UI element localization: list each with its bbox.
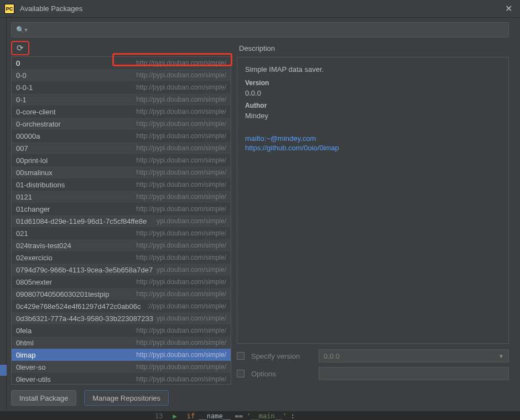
package-row[interactable]: 0lever-utilshttp://pypi.douban.com/simpl…: [12, 373, 231, 385]
package-repo: http://pypi.douban.com/simple/: [136, 120, 226, 128]
package-row[interactable]: 01d61084-d29e-11e9-96d1-7c5cf84ffe8eypi.…: [12, 215, 231, 227]
package-row[interactable]: 0d3b6321-777a-44c3-9580-33b223087233ypi.…: [12, 312, 231, 324]
package-name: 0html: [16, 339, 136, 347]
package-name: 0121: [16, 193, 136, 201]
specify-version-dropdown[interactable]: 0.0.0 ▼: [319, 349, 509, 363]
package-row[interactable]: 01-distributionshttp://pypi.douban.com/s…: [12, 179, 231, 191]
package-name: 0d3b6321-777a-44c3-9580-33b223087233: [16, 314, 157, 323]
package-repo: http://pypi.douban.com/simple/: [136, 327, 226, 334]
run-gutter-icon[interactable]: ▶: [173, 412, 176, 420]
package-repo: http://pypi.douban.com/simple/: [136, 193, 226, 201]
package-row[interactable]: 0805nexterhttp://pypi.douban.com/simple/: [12, 276, 231, 288]
package-name: 090807040506030201testpip: [16, 290, 136, 298]
package-row[interactable]: 02exerciciohttp://pypi.douban.com/simple…: [12, 251, 231, 264]
package-repo: ypi.douban.com/simple/: [157, 217, 226, 225]
package-repo: http://pypi.douban.com/simple/: [136, 132, 226, 140]
description-panel: Simple IMAP data saver. Version 0.0.0 Au…: [237, 57, 509, 344]
package-row[interactable]: 090807040506030201testpiphttp://pypi.dou…: [12, 288, 231, 300]
package-row[interactable]: 0http://pypi.douban.com/simple/: [12, 57, 231, 69]
close-icon[interactable]: ✕: [502, 3, 516, 14]
package-row[interactable]: 00000ahttp://pypi.douban.com/simple/: [12, 130, 231, 142]
manage-repositories-button[interactable]: Manage Repositories: [84, 390, 169, 406]
package-row[interactable]: 01changerhttp://pypi.douban.com/simple/: [12, 203, 231, 215]
package-row[interactable]: 0-0http://pypi.douban.com/simple/: [12, 69, 231, 81]
package-row[interactable]: 007http://pypi.douban.com/simple/: [12, 142, 231, 154]
package-name: 00smalinux: [16, 169, 136, 177]
package-name: 0805nexter: [16, 278, 136, 286]
package-repo: http://pypi.douban.com/simple/: [136, 83, 226, 91]
package-row[interactable]: 0-0-1http://pypi.douban.com/simple/: [12, 81, 231, 93]
install-package-button[interactable]: Install Package: [11, 390, 76, 406]
package-repo: http://pypi.douban.com/simple/: [136, 229, 226, 237]
package-repo: http://pypi.douban.com/simple/: [136, 205, 226, 213]
package-repo: http://pypi.douban.com/simple/: [136, 290, 226, 298]
package-repo: ://pypi.douban.com/simple/: [147, 302, 226, 310]
package-name: 0: [16, 59, 136, 67]
editor-preview: 13 ▶ if __name__ == '__main__' :: [0, 411, 520, 420]
package-row[interactable]: 024travis-test024http://pypi.douban.com/…: [12, 239, 231, 251]
package-row[interactable]: 0felahttp://pypi.douban.com/simple/: [12, 324, 231, 337]
package-repo: http://pypi.douban.com/simple/: [136, 278, 226, 286]
package-name: 0794d79c-966b-4113-9cea-3e5b658a7de7: [16, 266, 157, 274]
version-value: 0.0.0: [245, 89, 501, 97]
package-row[interactable]: 00print-lolhttp://pypi.douban.com/simple…: [12, 154, 231, 166]
package-row[interactable]: 0c429e768e524e4f61297d472c0ab06c://pypi.…: [12, 300, 231, 312]
package-row[interactable]: 0-1http://pypi.douban.com/simple/: [12, 93, 231, 106]
package-row[interactable]: 0-orchestratorhttp://pypi.douban.com/sim…: [12, 118, 231, 130]
description-summary: Simple IMAP data saver.: [245, 65, 501, 74]
window-title: Available Packages: [20, 4, 502, 13]
str-main: '__main__': [247, 412, 287, 420]
package-repo: http://pypi.douban.com/simple/: [136, 96, 226, 103]
package-row[interactable]: 0794d79c-966b-4113-9cea-3e5b658a7de7ypi.…: [12, 264, 231, 276]
app-icon: PC: [4, 4, 14, 14]
options-label: Options: [251, 370, 312, 378]
package-name: 00000a: [16, 132, 136, 140]
package-repo: http://pypi.douban.com/simple/: [136, 242, 226, 249]
ident-name: __name__: [199, 412, 231, 420]
package-repo: http://pypi.douban.com/simple/: [136, 108, 226, 116]
package-repo: ypi.douban.com/simple/: [157, 266, 226, 274]
package-row[interactable]: 0imaphttp://pypi.douban.com/simple/: [12, 349, 231, 361]
refresh-highlight: ⟳: [11, 41, 29, 55]
package-row[interactable]: 0-core-clienthttp://pypi.douban.com/simp…: [12, 106, 231, 118]
options-checkbox[interactable]: [237, 370, 245, 377]
package-repo: http://pypi.douban.com/simple/: [136, 169, 226, 176]
specify-version-checkbox[interactable]: [237, 352, 245, 360]
package-row[interactable]: 0121http://pypi.douban.com/simple/: [12, 191, 231, 203]
refresh-icon[interactable]: ⟳: [17, 43, 24, 53]
package-name: 0c429e768e524e4f61297d472c0ab06c: [16, 302, 147, 311]
package-list[interactable]: 0http://pypi.douban.com/simple/0-0http:/…: [11, 56, 231, 385]
package-name: 024travis-test024: [16, 242, 136, 250]
package-name: 0lever-so: [16, 363, 136, 371]
package-name: 0fela: [16, 327, 136, 335]
package-name: 0-0: [16, 71, 136, 80]
specify-version-value: 0.0.0: [324, 352, 340, 360]
package-row[interactable]: 00smalinuxhttp://pypi.douban.com/simple/: [12, 166, 231, 179]
author-label: Author: [245, 102, 501, 109]
chevron-down-icon: ▼: [498, 353, 504, 359]
package-name: 0-orchestrator: [16, 120, 136, 128]
package-row[interactable]: 0lever-sohttp://pypi.douban.com/simple/: [12, 361, 231, 373]
titlebar: PC Available Packages ✕: [0, 0, 520, 18]
package-repo: ypi.douban.com/simple/: [157, 314, 226, 322]
op-eq: ==: [235, 412, 242, 420]
package-name: 0-1: [16, 96, 136, 104]
package-name: 02exercicio: [16, 254, 136, 262]
package-name: 0-0-1: [16, 83, 136, 92]
package-name: 01-distributions: [16, 181, 136, 189]
options-input[interactable]: [319, 367, 509, 380]
mailto-link[interactable]: mailto:~@mindey.com: [245, 134, 501, 144]
package-repo: http://pypi.douban.com/simple/: [136, 71, 226, 79]
package-repo: http://pypi.douban.com/simple/: [136, 351, 226, 359]
search-input[interactable]: 🔍▾: [11, 22, 509, 38]
author-value: Mindey: [245, 112, 501, 120]
kw-if: if: [187, 412, 195, 420]
line-number: 13: [155, 412, 163, 420]
github-link[interactable]: https://github.com/0oio/0imap: [245, 144, 501, 153]
specify-version-label: Specify version: [251, 352, 312, 360]
package-name: 00print-lol: [16, 156, 136, 165]
package-row[interactable]: 021http://pypi.douban.com/simple/: [12, 227, 231, 239]
package-row[interactable]: 0htmlhttp://pypi.douban.com/simple/: [12, 337, 231, 349]
colon: :: [291, 412, 295, 420]
package-name: 01changer: [16, 205, 136, 213]
